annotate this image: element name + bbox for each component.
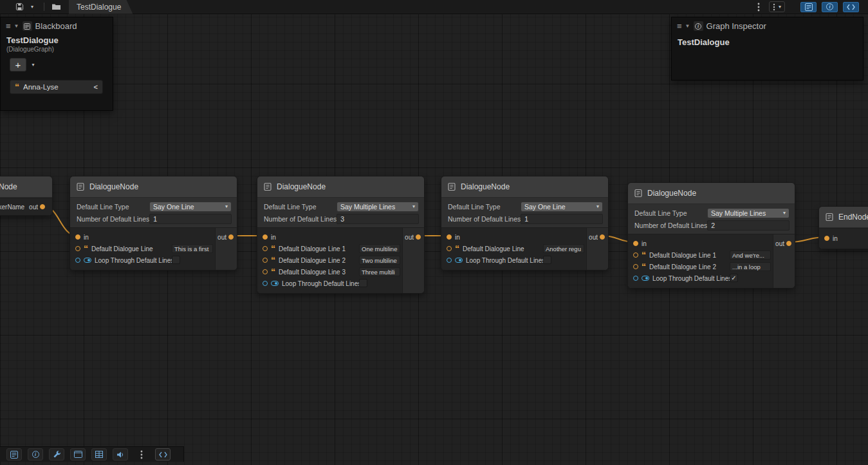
in-port[interactable]: [447, 234, 452, 240]
node-title-bar[interactable]: DialogueNode: [628, 183, 795, 204]
blackboard-field-anna-lyse[interactable]: “ Anna-Lyse <: [10, 80, 103, 94]
collapse-arrow-icon[interactable]: ▼: [14, 24, 19, 29]
number-of-default-lines-field[interactable]: 3: [337, 214, 419, 224]
dialogue-line-port[interactable]: [263, 246, 268, 251]
blackboard-toggle-button[interactable]: [800, 2, 817, 12]
dialogue-line-port[interactable]: [263, 258, 268, 263]
loop-icon: [642, 275, 649, 281]
dialogue-line-text-field[interactable]: And we're...: [730, 251, 771, 260]
folder-icon: [51, 3, 61, 10]
dialogue-node-icon: [263, 182, 272, 191]
dialogue-line-icon: “: [455, 247, 459, 251]
end-node[interactable]: EndNode in: [818, 206, 868, 249]
in-port[interactable]: [633, 241, 638, 246]
in-port[interactable]: [75, 234, 80, 240]
port-label: Loop Through Default Lines?: [466, 257, 549, 264]
code-preview-button[interactable]: [155, 448, 171, 460]
blackboard-panel[interactable]: ≡ ▼ Blackboard TestDialogue (DialogueGra…: [0, 17, 113, 111]
chevron-down-icon: ▾: [32, 62, 34, 68]
node-title-bar[interactable]: DialogueNode: [257, 176, 424, 198]
loop-port[interactable]: [447, 258, 452, 263]
default-line-type-dropdown[interactable]: Say Multiple Lines ▾: [707, 208, 790, 218]
node-title-bar[interactable]: DialogueNode: [70, 176, 237, 198]
save-icon: [15, 3, 24, 11]
audio-button[interactable]: [113, 448, 128, 460]
dialogue-line-port[interactable]: [263, 269, 268, 274]
in-port[interactable]: [824, 236, 829, 241]
tab-testdialogue[interactable]: TestDialogue: [69, 0, 133, 14]
kebab-icon: [140, 450, 143, 459]
graph-inspector-toggle-button[interactable]: i: [822, 2, 838, 12]
add-property-button[interactable]: +: [10, 58, 26, 71]
tools-button[interactable]: [49, 448, 64, 460]
dialogue-line-port[interactable]: [633, 252, 638, 258]
more-options-button[interactable]: [134, 448, 149, 460]
field-label: Number of Default Lines: [634, 222, 707, 229]
port-label: Default Dialogue Line 1: [279, 245, 346, 252]
graph-inspector-toggle-button[interactable]: i: [28, 448, 43, 460]
hamburger-icon[interactable]: ≡: [6, 22, 11, 30]
loop-icon: [271, 280, 279, 287]
number-of-default-lines-field[interactable]: 2: [707, 220, 790, 231]
info-icon: i: [826, 3, 833, 10]
open-asset-button[interactable]: [51, 1, 61, 13]
loop-checkbox[interactable]: [359, 279, 367, 287]
port-label: in: [84, 234, 89, 241]
speaker-node-partial[interactable]: Node kerName out: [0, 176, 53, 216]
chevron-left-icon[interactable]: <: [94, 83, 98, 91]
dialogue-line-text-field[interactable]: ...in a loop: [730, 262, 771, 271]
in-port[interactable]: [263, 234, 268, 240]
out-port[interactable]: [786, 241, 791, 246]
dialogue-node-3[interactable]: DialogueNode Default Line Type Say One L…: [441, 176, 609, 270]
dialogue-line-text-field[interactable]: Three multili: [359, 267, 400, 276]
options-kebab-button[interactable]: [753, 1, 764, 13]
add-property-dropdown-button[interactable]: ▾: [28, 58, 38, 71]
port-label: Default Dialogue Line 1: [649, 252, 716, 259]
dialogue-line-text-field[interactable]: This is a first: [172, 244, 213, 253]
default-line-type-dropdown[interactable]: Say Multiple Lines ▾: [337, 202, 419, 212]
out-port[interactable]: [600, 234, 605, 240]
hamburger-icon[interactable]: ≡: [677, 22, 682, 30]
out-port[interactable]: [40, 204, 45, 209]
loop-checkbox[interactable]: ✓: [730, 274, 738, 282]
out-port-label: out: [217, 234, 226, 241]
code-preview-toggle-button[interactable]: [843, 2, 859, 12]
node-title-bar[interactable]: EndNode: [819, 207, 868, 228]
options-dropdown-button[interactable]: ▾: [769, 1, 785, 12]
save-dropdown-button[interactable]: ▾: [27, 1, 37, 13]
dialogue-node-1[interactable]: DialogueNode Default Line Type Say One L…: [69, 176, 237, 270]
dialogue-node-4[interactable]: DialogueNode Default Line Type Say Multi…: [627, 182, 795, 289]
out-port[interactable]: [416, 234, 421, 240]
save-button[interactable]: [14, 1, 24, 13]
dialogue-line-text-field[interactable]: Two multiline: [359, 256, 400, 265]
loop-checkbox[interactable]: [172, 256, 180, 264]
default-line-type-dropdown[interactable]: Say One Line ▾: [149, 202, 232, 212]
node-title-bar[interactable]: DialogueNode: [441, 176, 608, 198]
blackboard-toggle-button[interactable]: [6, 448, 22, 460]
default-line-type-dropdown[interactable]: Say One Line ▾: [521, 202, 603, 212]
dialogue-line-text-field[interactable]: Another regu: [543, 244, 584, 253]
node-title-bar[interactable]: Node: [0, 176, 52, 198]
number-of-default-lines-field[interactable]: 1: [149, 214, 232, 224]
dropdown-value: Say One Line: [524, 203, 566, 211]
dialogue-line-port[interactable]: [633, 264, 638, 269]
loop-port[interactable]: [633, 276, 638, 281]
chevron-down-icon: ▾: [31, 5, 33, 10]
field-label: Default Line Type: [448, 203, 521, 211]
port-label: Loop Through Default Lines?: [652, 275, 735, 282]
code-icon: [847, 4, 855, 10]
dialogue-node-2[interactable]: DialogueNode Default Line Type Say Multi…: [257, 176, 425, 294]
dialogue-line-port[interactable]: [447, 246, 452, 251]
out-port[interactable]: [228, 234, 234, 240]
loop-port[interactable]: [75, 258, 80, 263]
collapse-arrow-icon[interactable]: ▼: [685, 24, 690, 29]
number-of-default-lines-field[interactable]: 1: [521, 214, 603, 224]
graph-inspector-panel[interactable]: ≡ ▼ i Graph Inspector TestDialogue: [671, 17, 863, 81]
window-button[interactable]: [70, 448, 86, 460]
grid-button[interactable]: [91, 448, 107, 460]
loop-port[interactable]: [263, 281, 268, 286]
loop-checkbox[interactable]: [543, 256, 551, 264]
dialogue-line-text-field[interactable]: One multiline: [359, 244, 400, 253]
dialogue-line-port[interactable]: [75, 246, 80, 251]
chevron-down-icon: ▾: [412, 204, 415, 209]
